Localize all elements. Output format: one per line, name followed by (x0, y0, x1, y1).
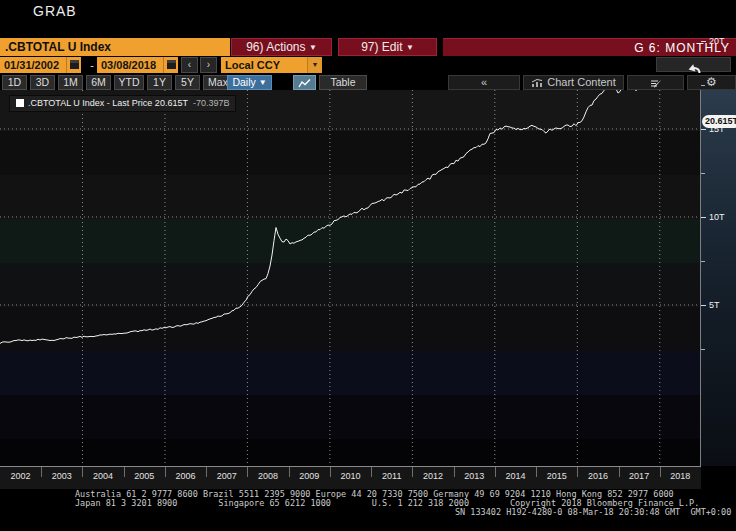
x-axis-tick (536, 467, 537, 477)
legend-change-value: -70.397B (193, 98, 230, 108)
next-period-button[interactable]: › (200, 57, 217, 73)
chevron-down-icon: ▼ (406, 43, 414, 52)
x-axis-tick (371, 467, 372, 477)
table-button[interactable]: Table (319, 75, 367, 90)
collapse-button[interactable]: « (448, 75, 520, 90)
start-date-field[interactable]: 01/31/2002 (0, 57, 66, 73)
x-axis-tick (289, 467, 290, 477)
x-axis-tick (412, 467, 413, 477)
y-axis-minor-tick (701, 173, 705, 174)
x-axis-tick (206, 467, 207, 477)
chevron-down-icon: ▼ (309, 43, 317, 52)
prev-period-button[interactable]: ‹ (181, 57, 198, 73)
y-axis-minor-tick (701, 85, 705, 86)
y-axis-tick (701, 41, 706, 42)
line-chart-icon (298, 78, 312, 89)
x-axis-year-label: 2015 (536, 471, 577, 481)
gear-icon: ⚙ (706, 75, 717, 89)
settings-button[interactable]: ⚙ (687, 75, 736, 90)
calendar-icon[interactable] (66, 57, 81, 73)
x-axis-tick (330, 467, 331, 477)
period-button-ytd[interactable]: YTD (114, 75, 144, 90)
x-axis-year-label: 2004 (82, 471, 123, 481)
y-axis-minor-tick (701, 261, 705, 262)
period-button-3d[interactable]: 3D (30, 75, 55, 90)
edit-button[interactable]: 97) Edit ▼ (338, 38, 437, 56)
undo-button[interactable] (656, 57, 731, 72)
annotate-button[interactable] (627, 75, 684, 90)
date-range-separator: - (88, 57, 96, 73)
legend-series-label: .CBTOTAL U Index - Last Price 20.615T (28, 98, 188, 108)
period-button-1d[interactable]: 1D (2, 75, 27, 90)
price-line-series (0, 90, 686, 343)
x-axis-year-label: 2012 (412, 471, 453, 481)
y-axis-tick-label: 10T (709, 212, 725, 222)
x-axis-year-label: 2018 (660, 471, 701, 481)
page-title: GRAB (33, 3, 77, 19)
x-axis-tick (495, 467, 496, 477)
period-button-6m[interactable]: 6M (86, 75, 111, 90)
footer-session-line: SN 133402 H192-4280-0 08-Mar-18 20:30:48… (455, 508, 731, 517)
actions-button[interactable]: 96) Actions ▼ (231, 38, 332, 56)
x-axis-year-label: 2017 (619, 471, 660, 481)
security-field[interactable]: .CBTOTAL U Index (0, 38, 230, 56)
x-axis-tick (82, 467, 83, 477)
y-axis-tick (701, 217, 706, 218)
period-button-1m[interactable]: 1M (58, 75, 83, 90)
chevron-down-icon[interactable]: ▼ (307, 57, 322, 73)
x-axis-year-label: 2002 (0, 471, 41, 481)
mini-chart-icon (531, 78, 544, 88)
chart-tab-g6-monthly[interactable]: G 6: MONTHLY (443, 38, 736, 56)
y-axis-minor-tick (701, 349, 705, 350)
x-axis-tick (247, 467, 248, 477)
x-axis-year-label: 2005 (124, 471, 165, 481)
period-button-1y[interactable]: 1Y (147, 75, 172, 90)
chart-legend[interactable]: .CBTOTAL U Index - Last Price 20.615T-70… (9, 95, 236, 112)
x-axis-tick (619, 467, 620, 477)
y-axis-tick (701, 305, 706, 306)
x-axis-tick (165, 467, 166, 477)
calendar-icon[interactable] (163, 57, 178, 73)
x-axis-tick (41, 467, 42, 477)
end-date-field[interactable]: 03/08/2018 (97, 57, 163, 73)
frequency-select[interactable]: Daily ▼ (227, 75, 272, 90)
chart-content-button[interactable]: Chart Content (523, 75, 624, 90)
last-price-label: 20.615T (702, 115, 736, 128)
line-chart-type-button[interactable] (293, 75, 316, 90)
edit-note-icon (649, 78, 663, 89)
undo-icon (686, 62, 702, 74)
bloomberg-terminal-window: GRAB .CBTOTAL U Index 96) Actions ▼ 97) … (0, 0, 736, 531)
series-swatch-icon (16, 99, 24, 107)
x-axis-year-label: 2008 (247, 471, 288, 481)
x-axis-year-label: 2007 (206, 471, 247, 481)
x-axis-tick (124, 467, 125, 477)
x-axis-year-label: 2013 (454, 471, 495, 481)
currency-select[interactable]: Local CCY (221, 57, 307, 73)
x-axis-tick (577, 467, 578, 477)
period-button-5y[interactable]: 5Y (175, 75, 200, 90)
x-axis-year-label: 2011 (371, 471, 412, 481)
x-axis-year-label: 2003 (41, 471, 82, 481)
y-axis-tick-label: 5T (709, 300, 720, 310)
x-axis-year-label: 2016 (577, 471, 618, 481)
y-axis-panel[interactable]: 20T15T10T5T (701, 90, 736, 466)
chart-canvas (0, 90, 701, 466)
x-axis-tick (660, 467, 661, 477)
x-axis-strip: 2002200320042005200620072008200920102011… (0, 467, 701, 489)
chevron-down-icon: ▼ (259, 78, 267, 87)
y-axis-tick-label: 20T (709, 36, 725, 46)
x-axis-year-label: 2006 (165, 471, 206, 481)
y-axis-tick (701, 129, 706, 130)
x-axis-tick (454, 467, 455, 477)
x-axis-year-label: 2009 (289, 471, 330, 481)
x-axis-year-label: 2014 (495, 471, 536, 481)
chart-plot-area[interactable] (0, 90, 701, 466)
x-axis-year-label: 2010 (330, 471, 371, 481)
chart-toolbar: 1D3D1M6MYTD1Y5YMaxDaily ▼Table« Chart Co… (0, 75, 736, 90)
